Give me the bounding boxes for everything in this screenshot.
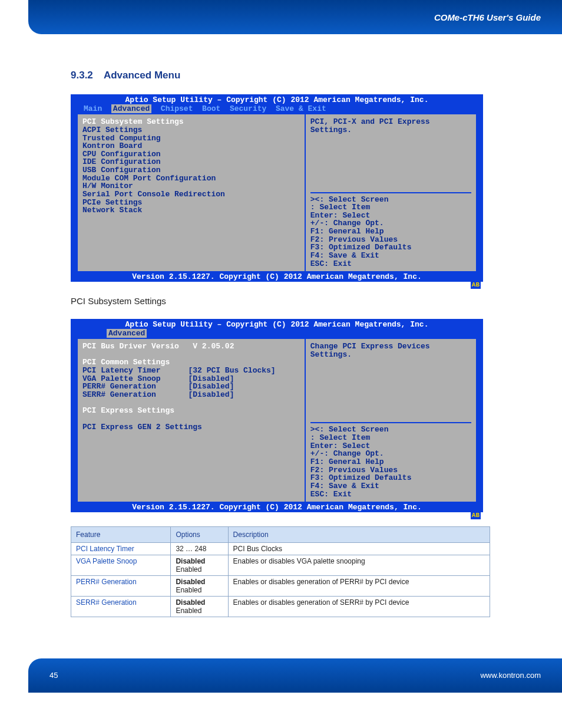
menu-item: Trusted Computing bbox=[82, 134, 300, 143]
help-keys: ><: Select Screen : Select Item Enter: S… bbox=[310, 426, 471, 498]
help-line: +/-: Change Opt. bbox=[310, 450, 471, 458]
section-number: 9.3.2 bbox=[71, 70, 93, 81]
help-line: ESC: Exit bbox=[310, 490, 471, 499]
help-line: F2: Previous Values bbox=[310, 236, 471, 244]
tab-advanced: Advanced bbox=[107, 329, 147, 338]
table-header-row: Feature Options Description bbox=[71, 526, 490, 542]
bios-footer: Version 2.15.1227. Copyright (C) 2012 Am… bbox=[71, 272, 483, 282]
bios-title: Aptio Setup Utility – Copyright (C) 2012… bbox=[71, 319, 483, 330]
help-text: PCI, PCI-X and PCI Express Settings. bbox=[310, 118, 471, 189]
setting-row: PCI Express Settings bbox=[82, 407, 300, 415]
table-row: VGA Palette Snoop DisabledEnabled Enable… bbox=[71, 555, 490, 575]
cell-feature: PCI Latency Timer bbox=[71, 542, 171, 555]
bios-tabs: Advanced bbox=[71, 330, 483, 338]
setting-row bbox=[82, 351, 300, 359]
setting-row: PCI Express GEN 2 Settings bbox=[82, 423, 300, 431]
cell-feature: PERR# Generation bbox=[71, 575, 171, 596]
footer-url: www.kontron.com bbox=[480, 671, 541, 680]
menu-item: Kontron Board bbox=[82, 142, 300, 150]
help-line: F1: General Help bbox=[310, 228, 471, 236]
cell-desc: Enables or disables generation of SERR# … bbox=[228, 596, 490, 617]
divider bbox=[310, 192, 471, 193]
section-title-text: Advanced Menu bbox=[104, 70, 180, 81]
page-footer: 45 www.kontron.com bbox=[28, 658, 562, 693]
menu-item: Serial Port Console Redirection bbox=[82, 190, 300, 199]
help-line: Enter: Select bbox=[310, 212, 471, 220]
setting-row: PERR# Generation [Disabled] bbox=[82, 383, 300, 391]
help-line: ESC: Exit bbox=[310, 260, 471, 268]
help-line: ><: Select Screen bbox=[310, 426, 471, 434]
menu-item: USB Configuration bbox=[82, 166, 300, 174]
cell-desc: Enables or disables generation of PERR# … bbox=[228, 575, 490, 596]
bios-body: PCI Subsystem Settings ACPI Settings Tru… bbox=[71, 113, 483, 272]
bios-body: PCI Bus Driver Versio V 2.05.02 PCI Comm… bbox=[71, 338, 483, 503]
menu-item: H/W Monitor bbox=[82, 182, 300, 190]
help-line: F4: Save & Exit bbox=[310, 252, 471, 260]
help-line: F3: Optimized Defaults bbox=[310, 474, 471, 482]
tab-boot: Boot bbox=[202, 104, 220, 113]
help-line: ><: Select Screen bbox=[310, 196, 471, 204]
subsection-heading: PCI Subsystem Settings bbox=[71, 296, 527, 306]
menu-item: Network Stack bbox=[82, 206, 300, 215]
setting-row bbox=[82, 399, 300, 407]
bios-footer-text: Version 2.15.1227. Copyright (C) 2012 Am… bbox=[132, 503, 421, 512]
menu-item: ACPI Settings bbox=[82, 126, 300, 134]
menu-item: Module COM Port Configuration bbox=[82, 174, 300, 183]
table-row: PCI Latency Timer 32 … 248 PCI Bus Clock… bbox=[71, 542, 490, 555]
page-content: 9.3.2 Advanced Menu Aptio Setup Utility … bbox=[0, 34, 562, 635]
divider bbox=[310, 422, 471, 423]
col-description: Description bbox=[228, 526, 490, 542]
help-text: Change PCI Express Devices Settings. bbox=[310, 342, 471, 420]
help-line: F1: General Help bbox=[310, 458, 471, 466]
bios-footer: Version 2.15.1227. Copyright (C) 2012 Am… bbox=[71, 503, 483, 512]
bios-screenshot-pci-subsystem: Aptio Setup Utility – Copyright (C) 2012… bbox=[71, 319, 483, 512]
tab-save-exit: Save & Exit bbox=[276, 104, 326, 113]
menu-item: CPU Configuration bbox=[82, 150, 300, 159]
bios-settings-list: PCI Bus Driver Versio V 2.05.02 PCI Comm… bbox=[77, 338, 305, 503]
page-number: 45 bbox=[49, 671, 58, 680]
col-options: Options bbox=[171, 526, 228, 542]
table-row: PERR# Generation DisabledEnabled Enables… bbox=[71, 575, 490, 596]
bios-help-pane: PCI, PCI-X and PCI Express Settings. ><:… bbox=[305, 113, 477, 272]
setting-row: PCI Common Settings bbox=[82, 358, 300, 367]
cell-desc: Enables or disables VGA palette snooping bbox=[228, 555, 490, 575]
setting-row: VGA Palette Snoop [Disabled] bbox=[82, 375, 300, 383]
help-line: F4: Save & Exit bbox=[310, 482, 471, 490]
page-header: COMe-cTH6 User's Guide bbox=[28, 0, 562, 34]
help-line: F3: Optimized Defaults bbox=[310, 243, 471, 252]
cell-options: DisabledEnabled bbox=[171, 596, 228, 617]
tab-chipset: Chipset bbox=[161, 104, 193, 113]
cell-feature: VGA Palette Snoop bbox=[71, 555, 171, 575]
tab-security: Security bbox=[230, 104, 266, 113]
bios-footer-text: Version 2.15.1227. Copyright (C) 2012 Am… bbox=[132, 272, 421, 281]
table-row: SERR# Generation DisabledEnabled Enables… bbox=[71, 596, 490, 617]
help-line: : Select Item bbox=[310, 434, 471, 442]
setting-row: SERR# Generation [Disabled] bbox=[82, 391, 300, 399]
setting-row bbox=[82, 415, 300, 423]
guide-title: COMe-cTH6 User's Guide bbox=[434, 12, 541, 22]
cell-options: DisabledEnabled bbox=[171, 575, 228, 596]
ab-badge: AB bbox=[471, 512, 481, 519]
tab-main: Main bbox=[84, 104, 102, 113]
menu-item: IDE Configuration bbox=[82, 158, 300, 166]
cell-feature: SERR# Generation bbox=[71, 596, 171, 617]
options-table: Feature Options Description PCI Latency … bbox=[71, 526, 490, 617]
cell-options: 32 … 248 bbox=[171, 542, 228, 555]
help-line: Enter: Select bbox=[310, 442, 471, 450]
help-line: : Select Item bbox=[310, 203, 471, 212]
menu-item: PCIe Settings bbox=[82, 199, 300, 207]
setting-row: PCI Latency Timer [32 PCI Bus Clocks] bbox=[82, 367, 300, 375]
bios-menu-list: PCI Subsystem Settings ACPI Settings Tru… bbox=[77, 113, 305, 272]
menu-item: PCI Subsystem Settings bbox=[82, 118, 300, 126]
col-feature: Feature bbox=[71, 526, 171, 542]
cell-options: DisabledEnabled bbox=[171, 555, 228, 575]
help-line: F2: Previous Values bbox=[310, 466, 471, 475]
help-keys: ><: Select Screen : Select Item Enter: S… bbox=[310, 196, 471, 268]
tab-advanced: Advanced bbox=[111, 104, 151, 113]
bios-title: Aptio Setup Utility – Copyright (C) 2012… bbox=[71, 94, 483, 105]
section-heading: 9.3.2 Advanced Menu bbox=[71, 70, 527, 81]
ab-badge: AB bbox=[471, 282, 481, 289]
bios-tabs: Main Advanced Chipset Boot Security Save… bbox=[71, 105, 483, 114]
help-line: +/-: Change Opt. bbox=[310, 219, 471, 228]
bios-screenshot-advanced-menu: Aptio Setup Utility – Copyright (C) 2012… bbox=[71, 94, 483, 282]
